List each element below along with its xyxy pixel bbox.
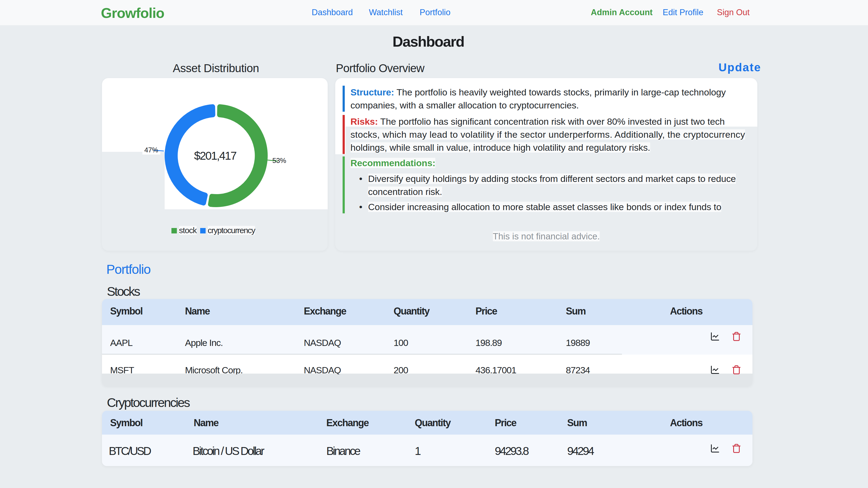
svg-text:53%: 53% <box>272 156 286 165</box>
svg-text:47%: 47% <box>144 146 158 154</box>
svg-text:$201,417: $201,417 <box>194 150 236 162</box>
